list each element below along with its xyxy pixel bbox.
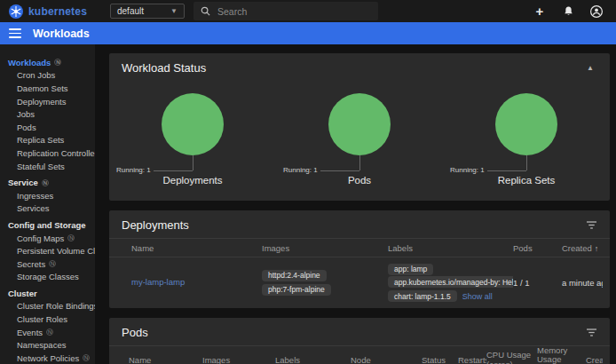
search-icon [201,6,210,16]
kubernetes-dashboard: kubernetes default ▼ + [0,0,616,364]
show-all-link[interactable]: Show all [462,292,493,301]
workload-status-charts: Running: 1 Deployments Running: 1 Pods R… [109,93,610,193]
column-header-memory-usage: Memory Usage (bytes) [537,346,586,364]
table-row: my-lamp-lamp httpd:2.4-alpine php:7-fpm-… [109,257,610,308]
page-title: Workloads [33,28,90,40]
deployments-table-header: Name Images Labels Pods Created↑ [109,238,610,257]
column-header-labels: Labels [388,243,513,253]
label-chip: app: lamp [388,264,433,275]
brand-text: kubernetes [28,5,87,18]
kubernetes-logo-icon [9,4,23,19]
column-header-created[interactable]: Created↑ [562,243,603,253]
sidebar-nav: Workloads N Cron Jobs Daemon Sets Deploy… [0,44,95,364]
user-icon [590,5,603,18]
main-content: Workload Status ▲ Running: 1 Deployments… [95,44,616,364]
column-header-node: Node [351,355,422,364]
pie-legend: Running: 1 [450,166,485,174]
column-header-restarts: Restarts [458,355,486,364]
image-chip: httpd:2.4-alpine [262,270,327,281]
deployment-name-link[interactable]: my-lamp-lamp [131,277,185,287]
namespaced-badge-icon: N [49,260,56,267]
filter-icon[interactable] [586,328,597,337]
sidebar-item-storage-classes[interactable]: Storage Classes [0,271,95,284]
image-chip: php:7-fpm-alpine [262,284,331,296]
column-header-created[interactable]: Created↑ [586,355,603,364]
namespace-value: default [117,6,144,16]
column-header-status: Status [422,355,458,364]
column-header-name[interactable]: Name [131,243,262,253]
kubernetes-logo-brand[interactable]: kubernetes [9,4,98,19]
pods-card: Pods Name Images Labels Node [109,318,610,364]
sidebar-item-services[interactable]: Services [0,202,95,216]
pie-chart-title: Pods [276,175,443,186]
search-bar [193,2,378,20]
sidebar-section-cluster: Cluster [0,287,95,300]
pie-legend: Running: 1 [116,166,151,174]
column-header-cpu-usage: CPU Usage (cores) [486,351,537,364]
pie-slice-running [495,93,557,155]
column-header-images: Images [262,243,388,253]
filter-icon[interactable] [586,220,597,230]
pie-legend: Running: 1 [283,166,318,174]
pods-pie-chart: Running: 1 Pods [276,93,443,193]
collapse-card-button[interactable]: ▲ [583,64,597,72]
pie-chart-title: Replica Sets [443,175,610,186]
menu-hamburger-icon[interactable] [9,28,21,37]
label-chip: chart: lamp-1.1.5 [388,290,457,302]
sidebar-item-events[interactable]: Events N [0,326,95,339]
column-header-name[interactable]: Name [129,355,202,364]
plus-icon: + [536,5,544,18]
pie-chart-title: Deployments [109,175,276,186]
pods-count-cell: 1 / 1 [513,278,562,288]
sidebar-item-jobs[interactable]: Jobs [0,107,95,121]
column-header-pods: Pods [513,243,562,253]
deployments-card: Deployments Name Images Labels Pods [109,210,610,308]
sidebar-item-deployments[interactable]: Deployments [0,95,95,108]
bell-icon [563,5,574,17]
sidebar-item-persistent-volume-claims[interactable]: Persistent Volume Claims N [0,244,95,257]
namespaced-badge-icon: N [42,179,49,186]
sidebar-item-namespaces[interactable]: Namespaces [0,338,95,352]
sidebar-item-cron-jobs[interactable]: Cron Jobs [0,69,95,83]
sidebar-item-ingresses[interactable]: Ingresses [0,189,95,202]
user-profile-button[interactable] [589,4,604,19]
sidebar-item-pods[interactable]: Pods [0,121,95,134]
sidebar-item-replica-sets[interactable]: Replica Sets [0,134,95,147]
sidebar-item-stateful-sets[interactable]: Stateful Sets [0,160,95,173]
pods-title: Pods [122,326,148,339]
pods-table-header: Name Images Labels Node Status Restarts … [109,345,610,364]
deployments-pie-chart: Running: 1 Deployments [109,93,276,193]
workload-status-title: Workload Status [122,61,206,75]
label-chip: app.kubernetes.io/managed-by: Helm [388,276,513,288]
deployments-title: Deployments [122,218,189,232]
column-header-labels: Labels [275,355,351,364]
create-resource-button[interactable]: + [533,4,547,19]
sidebar-item-secrets[interactable]: Secrets N [0,257,95,271]
sidebar-item-workloads[interactable]: Workloads N [0,56,95,69]
chevron-down-icon: ▼ [170,7,178,15]
pie-slice-running [162,93,224,155]
column-header-images: Images [202,355,275,364]
sidebar-item-network-policies[interactable]: Network Policies N [0,352,95,364]
sidebar-section-config-and-storage: Config and Storage [0,218,95,232]
pie-slice-running [328,93,391,155]
namespaced-badge-icon: N [67,234,75,241]
workload-status-card: Workload Status ▲ Running: 1 Deployments… [109,53,610,201]
sort-ascending-icon: ↑ [595,244,599,253]
page-toolbar: Workloads [0,22,616,44]
namespaced-badge-icon: N [54,59,61,66]
sidebar-item-cluster-roles[interactable]: Cluster Roles [0,313,95,326]
top-app-bar: kubernetes default ▼ + [0,0,616,22]
replica-sets-pie-chart: Running: 1 Replica Sets [443,93,610,193]
namespaced-badge-icon: N [83,354,90,361]
namespaced-badge-icon: N [46,328,53,336]
sidebar-item-service[interactable]: Service N [0,176,95,189]
sidebar-item-config-maps[interactable]: Config Maps N [0,232,95,245]
sidebar-item-daemon-sets[interactable]: Daemon Sets [0,82,95,95]
topbar-actions: + [533,4,607,19]
sidebar-item-replication-controllers[interactable]: Replication Controllers [0,146,95,160]
sidebar-item-cluster-role-bindings[interactable]: Cluster Role Bindings [0,300,95,313]
search-input[interactable] [217,6,351,17]
notifications-button[interactable] [561,4,575,19]
namespace-selector[interactable]: default ▼ [110,4,185,19]
